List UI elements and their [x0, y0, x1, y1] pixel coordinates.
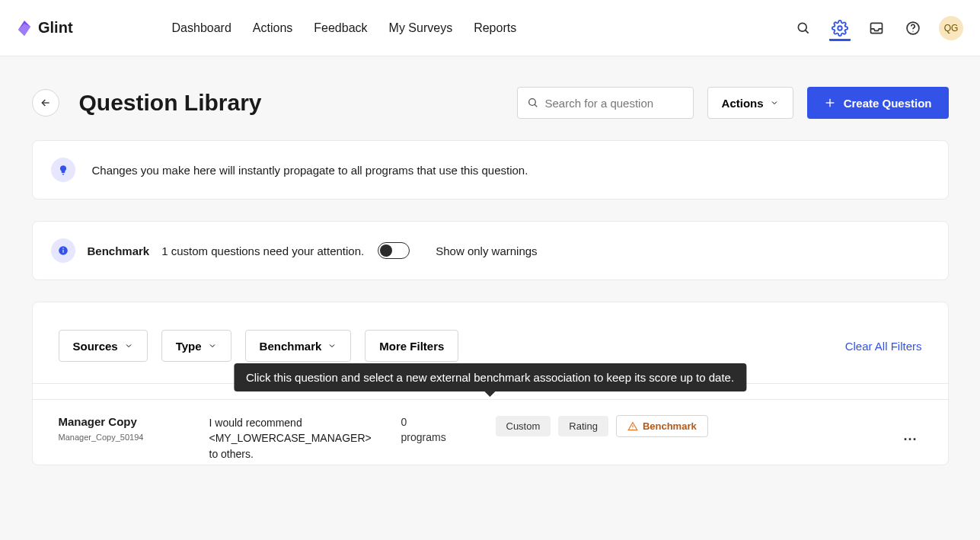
tag-rating: Rating — [558, 416, 608, 436]
nav-my-surveys[interactable]: My Surveys — [389, 21, 453, 35]
app-logo: Glint — [8, 19, 81, 37]
filter-more-label: More Filters — [379, 340, 444, 353]
clear-all-filters[interactable]: Clear All Filters — [845, 340, 922, 353]
lightbulb-icon — [51, 158, 75, 182]
show-only-warnings-label: Show only warnings — [436, 244, 537, 257]
show-warnings-toggle[interactable] — [378, 242, 410, 259]
tag-custom: Custom — [496, 416, 551, 436]
question-search-input[interactable] — [545, 97, 684, 110]
filter-sources-label: Sources — [73, 340, 118, 353]
row-overflow-menu[interactable]: ··· — [899, 432, 922, 448]
topbar-right: QG — [793, 16, 963, 40]
info-notice-text: Changes you make here will instantly pro… — [92, 164, 528, 177]
question-row[interactable]: Click this question and select a new ext… — [33, 399, 948, 465]
chevron-down-icon — [327, 341, 337, 350]
svg-point-2 — [838, 26, 842, 30]
create-question-button[interactable]: Create Question — [807, 87, 949, 119]
info-circle-icon — [51, 238, 75, 263]
search-icon — [527, 96, 539, 110]
question-text: I would recommend <MY_LOWERCASE_MANAGER>… — [209, 415, 369, 462]
help-icon[interactable] — [902, 18, 924, 39]
nav-reports[interactable]: Reports — [474, 21, 516, 35]
filter-benchmark-label: Benchmark — [260, 340, 322, 353]
svg-point-12 — [62, 248, 64, 249]
settings-icon[interactable] — [829, 20, 851, 41]
programs-label: programs — [401, 431, 446, 443]
tag-benchmark-warning: Benchmark — [616, 415, 708, 437]
filter-type-label: Type — [176, 340, 202, 353]
benchmark-tooltip: Click this question and select a new ext… — [234, 363, 746, 391]
filter-benchmark[interactable]: Benchmark — [245, 330, 352, 362]
nav-feedback[interactable]: Feedback — [314, 21, 367, 35]
chevron-down-icon — [124, 341, 133, 350]
info-notice-card: Changes you make here will instantly pro… — [32, 140, 949, 200]
actions-button-label: Actions — [722, 97, 764, 110]
filter-row: Sources Type Benchmark More Filters Clea… — [59, 330, 922, 362]
filter-sources[interactable]: Sources — [59, 330, 148, 362]
glint-logo-icon — [15, 19, 34, 37]
benchmark-message: 1 custom questions need your attention. — [161, 244, 364, 257]
question-search[interactable] — [517, 87, 694, 119]
inbox-icon[interactable] — [866, 18, 887, 39]
svg-point-6 — [528, 99, 535, 106]
back-button[interactable] — [32, 89, 59, 117]
svg-line-1 — [806, 30, 809, 33]
nav-actions[interactable]: Actions — [253, 21, 292, 35]
benchmark-notice-card: Benchmark 1 custom questions need your a… — [32, 221, 949, 280]
app-name: Glint — [38, 19, 73, 37]
tag-benchmark-label: Benchmark — [643, 420, 697, 432]
warning-triangle-icon — [627, 421, 638, 432]
filter-more[interactable]: More Filters — [365, 330, 458, 362]
svg-point-5 — [912, 30, 913, 31]
benchmark-label: Benchmark — [88, 244, 150, 257]
create-button-label: Create Question — [844, 97, 932, 110]
chevron-down-icon — [208, 341, 217, 350]
filter-type[interactable]: Type — [161, 330, 231, 362]
question-name: Manager Copy — [59, 415, 188, 428]
question-id: Manager_Copy_50194 — [59, 433, 188, 442]
top-nav: Dashboard Actions Feedback My Surveys Re… — [172, 21, 517, 35]
avatar[interactable]: QG — [939, 16, 963, 40]
plus-icon — [824, 97, 836, 109]
actions-button[interactable]: Actions — [707, 87, 793, 119]
question-list-card: Sources Type Benchmark More Filters Clea… — [32, 302, 949, 465]
nav-dashboard[interactable]: Dashboard — [172, 21, 231, 35]
programs-count: 0 — [401, 416, 407, 428]
page-header: Question Library Actions Create Question — [32, 56, 949, 140]
svg-point-0 — [798, 23, 806, 31]
search-icon[interactable] — [793, 18, 814, 39]
question-programs: 0 programs — [401, 415, 470, 445]
svg-line-7 — [535, 104, 537, 107]
topbar: Glint Dashboard Actions Feedback My Surv… — [0, 0, 980, 56]
svg-rect-11 — [62, 250, 63, 253]
page-title: Question Library — [79, 90, 262, 116]
svg-point-14 — [632, 428, 633, 429]
chevron-down-icon — [770, 98, 779, 107]
